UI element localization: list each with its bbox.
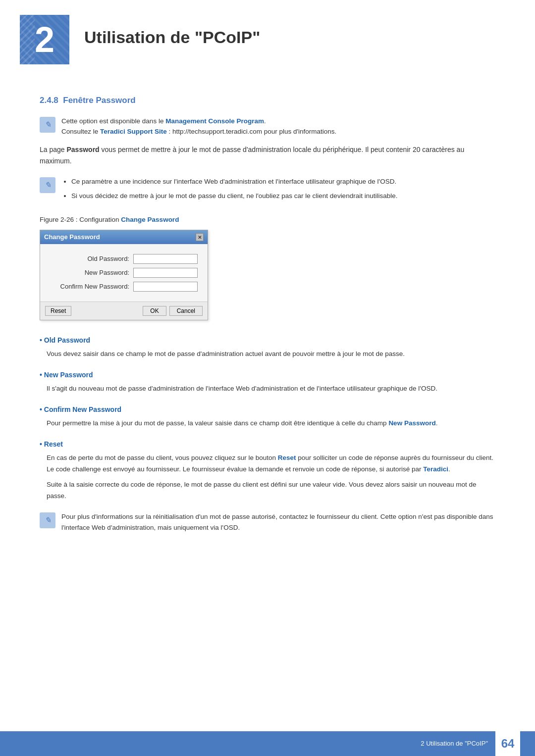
bullet-list: Ce paramètre a une incidence sur l'inter… [61,176,397,205]
footer: 2 Utilisation de "PCoIP" 64 [0,731,535,756]
chapter-number: 2 [35,13,54,66]
term-body-confirm-password: Pour permettre la mise à jour du mot de … [40,418,495,429]
term-section-old-password: Old Password Vous devez saisir dans ce c… [40,335,495,360]
note-line-1: Cette option est disponible dans le Mana… [61,116,495,127]
new-password-input[interactable] [133,268,198,278]
old-password-input[interactable] [133,254,198,264]
term-body-old-password: Vous devez saisir dans ce champ le mot d… [40,349,495,360]
section-title: Fenêtre Password [63,96,135,105]
note-box-1: Cette option est disponible dans le Mana… [40,116,495,137]
final-note-content: Pour plus d'informations sur la réinitia… [61,511,495,533]
footer-page-number: 64 [495,731,520,756]
dialog-body: Old Password: New Password: Confirm New … [40,244,208,302]
term-section-confirm-password: Confirm New Password Pour permettre la m… [40,404,495,429]
term-title-confirm-password: Confirm New Password [40,404,495,415]
term-section-reset: Reset En cas de perte du mot de passe du… [40,439,495,502]
note-line-2: Consultez le Teradici Support Site : htt… [61,126,495,137]
final-note-box: Pour plus d'informations sur la réinitia… [40,511,495,533]
bullet-notes-block: Ce paramètre a une incidence sur l'inter… [40,176,495,205]
footer-text: 2 Utilisation de "PCoIP" [421,739,488,749]
dialog-titlebar: Change Password ✕ [40,230,208,244]
form-row-old-password: Old Password: [50,254,198,264]
dialog-title: Change Password [44,232,100,242]
dialog-close-button[interactable]: ✕ [196,233,204,241]
reset-button[interactable]: Reset [45,306,71,316]
button-spacer [74,306,140,316]
bullet-item-1: Ce paramètre a une incidence sur l'inter… [71,176,397,188]
chapter-number-block: 2 [20,15,69,64]
body-paragraph-1: La page Password vous permet de mettre à… [40,144,495,168]
term-body-new-password: Il s'agit du nouveau mot de passe d'admi… [40,383,495,395]
term-body-reset-2: Suite à la saisie correcte du code de ré… [40,479,495,502]
term-title-reset: Reset [40,439,495,450]
chapter-header: 2 Utilisation de "PCoIP" [0,0,535,74]
dialog-buttons-row: Reset OK Cancel [40,302,208,320]
dialog-box: Change Password ✕ Old Password: New Pass… [40,230,208,320]
term-title-new-password: New Password [40,370,495,380]
old-password-label: Old Password: [64,254,133,264]
term-body-reset-1: En cas de perte du mot de passe du clien… [40,453,495,475]
note-content-1: Cette option est disponible dans le Mana… [61,116,495,137]
form-row-new-password: New Password: [50,268,198,278]
ok-button[interactable]: OK [143,306,166,316]
main-content: 2.4.8 Fenêtre Password Cette option est … [0,74,535,580]
new-password-label: New Password: [64,268,133,278]
confirm-password-label: Confirm New Password: [60,282,133,292]
section-number: 2.4.8 [40,96,58,105]
figure-label: Figure 2-26 : Configuration Change Passw… [40,215,495,225]
confirm-password-input[interactable] [133,282,198,292]
term-title-old-password: Old Password [40,335,495,346]
note-icon-3 [40,512,55,528]
cancel-button[interactable]: Cancel [169,306,203,316]
term-section-new-password: New Password Il s'agit du nouveau mot de… [40,370,495,395]
note-icon-1 [40,117,55,133]
note-icon-2 [40,177,55,193]
chapter-title: Utilisation de "PCoIP" [69,15,260,50]
bullet-item-2: Si vous décidez de mettre à jour le mot … [71,191,397,202]
form-row-confirm-password: Confirm New Password: [50,282,198,292]
section-heading: 2.4.8 Fenêtre Password [40,94,495,107]
